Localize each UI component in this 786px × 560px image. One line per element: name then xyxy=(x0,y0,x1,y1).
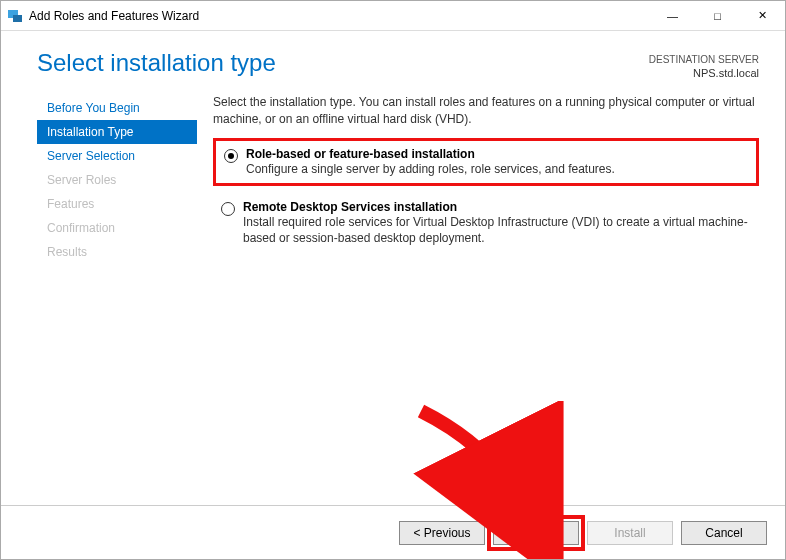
page-title: Select installation type xyxy=(37,49,649,77)
nav-server-roles: Server Roles xyxy=(37,168,197,192)
svg-rect-1 xyxy=(13,15,22,22)
instruction-text: Select the installation type. You can in… xyxy=(213,94,759,128)
content: Select the installation type. You can in… xyxy=(197,88,759,264)
minimize-button[interactable]: ― xyxy=(650,1,695,30)
destination-server-value: NPS.std.local xyxy=(649,66,759,80)
maximize-button[interactable]: □ xyxy=(695,1,740,30)
nav-before-you-begin[interactable]: Before You Begin xyxy=(37,96,197,120)
destination-server-block: DESTINATION SERVER NPS.std.local xyxy=(649,49,759,80)
destination-server-label: DESTINATION SERVER xyxy=(649,53,759,66)
nav-server-selection[interactable]: Server Selection xyxy=(37,144,197,168)
option-role-based[interactable]: Role-based or feature-based installation… xyxy=(213,138,759,186)
option-rds-desc: Install required role services for Virtu… xyxy=(243,214,751,246)
option-role-based-title: Role-based or feature-based installation xyxy=(246,147,615,161)
app-icon xyxy=(7,8,23,24)
titlebar: Add Roles and Features Wizard ― □ ✕ xyxy=(1,1,785,31)
next-button[interactable]: Next > xyxy=(493,521,579,545)
option-role-based-text: Role-based or feature-based installation… xyxy=(246,147,615,177)
radio-role-based[interactable] xyxy=(224,149,238,163)
header: Select installation type DESTINATION SER… xyxy=(1,31,785,88)
window-controls: ― □ ✕ xyxy=(650,1,785,30)
footer: < Previous Next > Install Cancel xyxy=(1,505,785,559)
install-button: Install xyxy=(587,521,673,545)
close-button[interactable]: ✕ xyxy=(740,1,785,30)
main: Before You Begin Installation Type Serve… xyxy=(1,88,785,264)
previous-button[interactable]: < Previous xyxy=(399,521,485,545)
window-title: Add Roles and Features Wizard xyxy=(29,9,650,23)
radio-rds[interactable] xyxy=(221,202,235,216)
wizard-nav: Before You Begin Installation Type Serve… xyxy=(37,88,197,264)
nav-features: Features xyxy=(37,192,197,216)
option-role-based-desc: Configure a single server by adding role… xyxy=(246,161,615,177)
cancel-button[interactable]: Cancel xyxy=(681,521,767,545)
option-rds[interactable]: Remote Desktop Services installation Ins… xyxy=(213,194,759,252)
nav-results: Results xyxy=(37,240,197,264)
nav-installation-type[interactable]: Installation Type xyxy=(37,120,197,144)
option-rds-text: Remote Desktop Services installation Ins… xyxy=(243,200,751,246)
nav-confirmation: Confirmation xyxy=(37,216,197,240)
option-rds-title: Remote Desktop Services installation xyxy=(243,200,751,214)
